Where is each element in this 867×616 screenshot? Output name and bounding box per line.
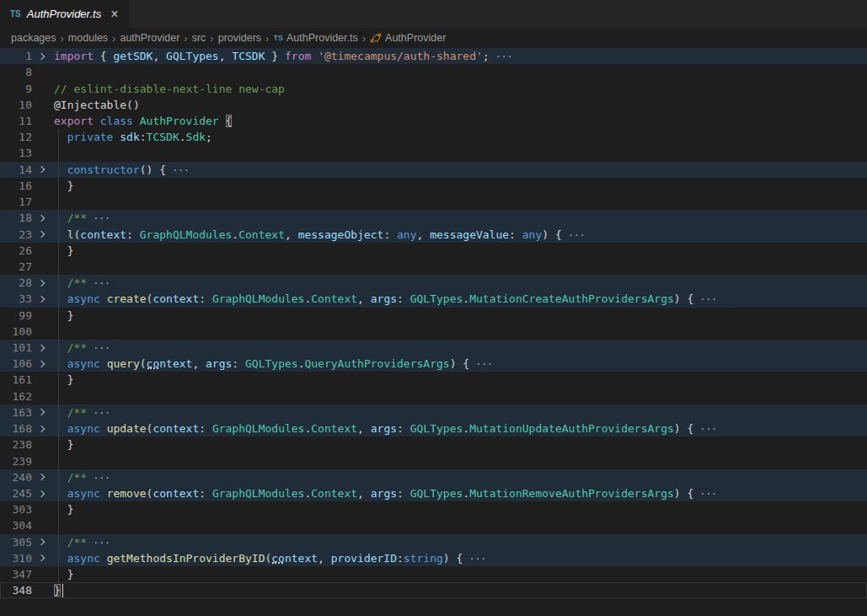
code-line[interactable]: 27 — [0, 259, 867, 275]
fold-gutter[interactable] — [32, 345, 54, 351]
chevron-right-icon[interactable] — [38, 474, 45, 480]
fold-gutter[interactable] — [32, 216, 54, 221]
folded-code-ellipsis[interactable]: ··· — [87, 471, 110, 484]
code-line[interactable]: 9// eslint-disable-next-line new-cap — [0, 80, 867, 96]
code-line[interactable]: 12 private sdk:TCSDK.Sdk; — [0, 129, 867, 145]
line-number[interactable]: 348 — [0, 584, 32, 597]
code-line[interactable]: 168 async update(context: GraphQLModules… — [0, 420, 867, 437]
code-line[interactable]: 161 } — [0, 372, 867, 388]
fold-gutter[interactable] — [32, 539, 54, 544]
line-number[interactable]: 310 — [0, 552, 32, 565]
line-number[interactable]: 99 — [0, 309, 32, 322]
line-number[interactable]: 18 — [0, 212, 32, 224]
breadcrumb-item-authprovider[interactable]: authProvider — [120, 32, 179, 44]
line-number[interactable]: 238 — [0, 438, 32, 451]
line-number[interactable]: 27 — [0, 260, 32, 273]
folded-code-ellipsis[interactable]: ··· — [166, 163, 189, 176]
folded-code-ellipsis[interactable]: ··· — [87, 536, 110, 549]
line-number[interactable]: 168 — [0, 422, 32, 435]
chevron-right-icon[interactable] — [38, 215, 45, 222]
code-line[interactable]: 245 async remove(context: GraphQLModules… — [0, 485, 867, 501]
fold-gutter[interactable] — [32, 167, 54, 172]
code-line[interactable]: 99 } — [0, 308, 867, 324]
folded-code-ellipsis[interactable]: ··· — [562, 228, 585, 241]
folded-code-ellipsis[interactable]: ··· — [463, 552, 485, 565]
code-line[interactable]: 28 /** ··· — [0, 275, 867, 291]
line-number[interactable]: 106 — [0, 357, 32, 370]
code-line[interactable]: 239 — [0, 453, 867, 469]
line-number[interactable]: 23 — [0, 228, 32, 241]
line-number[interactable]: 101 — [0, 341, 32, 354]
breadcrumb-item-authprovider[interactable]: AuthProvider — [370, 32, 446, 44]
folded-code-ellipsis[interactable]: ··· — [87, 212, 110, 224]
line-number[interactable]: 161 — [0, 373, 32, 386]
line-number[interactable]: 240 — [0, 471, 32, 484]
code-line[interactable]: 1import { getSDK, GQLTypes, TCSDK } from… — [0, 48, 867, 64]
line-number[interactable]: 13 — [0, 147, 32, 159]
line-number[interactable]: 26 — [0, 244, 32, 257]
code-line[interactable]: 10@Injectable() — [0, 97, 867, 113]
folded-code-ellipsis[interactable]: ··· — [87, 341, 110, 354]
code-line[interactable]: 13 — [0, 145, 867, 161]
code-line[interactable]: 11export class AuthProvider { — [0, 113, 867, 129]
fold-gutter[interactable] — [32, 297, 54, 302]
folded-code-ellipsis[interactable]: ··· — [87, 406, 110, 419]
editor[interactable]: 1import { getSDK, GQLTypes, TCSDK } from… — [0, 48, 867, 616]
code-line[interactable]: 17 — [0, 194, 867, 210]
code-line[interactable]: 100 — [0, 324, 867, 340]
breadcrumb-item-packages[interactable]: packages — [11, 32, 56, 44]
line-number[interactable]: 305 — [0, 536, 32, 549]
breadcrumb-item-modules[interactable]: modules — [68, 32, 108, 44]
code-line[interactable]: 14 constructor() { ··· — [0, 162, 867, 178]
chevron-right-icon[interactable] — [38, 296, 45, 303]
line-number[interactable]: 10 — [0, 99, 32, 111]
line-number[interactable]: 14 — [0, 163, 32, 176]
code-line[interactable]: 26 } — [0, 243, 867, 259]
chevron-right-icon[interactable] — [38, 361, 45, 367]
folded-code-ellipsis[interactable]: ··· — [87, 276, 110, 289]
code-line[interactable]: 101 /** ··· — [0, 340, 867, 356]
code-line[interactable]: 304 — [0, 517, 867, 533]
code-line[interactable]: 162 — [0, 388, 867, 404]
fold-gutter[interactable] — [32, 555, 54, 560]
code-line[interactable]: 347 } — [0, 566, 867, 582]
line-number[interactable]: 245 — [0, 487, 32, 500]
tab-authprovider[interactable]: TS AuthProvider.ts × — [0, 0, 129, 28]
line-number[interactable]: 9 — [0, 83, 32, 95]
line-number[interactable]: 8 — [0, 66, 32, 78]
code-line[interactable]: 303 } — [0, 501, 867, 517]
chevron-right-icon[interactable] — [38, 231, 45, 238]
chevron-right-icon[interactable] — [38, 166, 45, 173]
line-number[interactable]: 304 — [0, 519, 32, 532]
fold-gutter[interactable] — [32, 491, 54, 496]
breadcrumb-item-providers[interactable]: providers — [218, 32, 261, 44]
code-line[interactable]: 163 /** ··· — [0, 404, 867, 420]
fold-gutter[interactable] — [32, 410, 54, 415]
line-number[interactable]: 162 — [0, 390, 32, 403]
line-number[interactable]: 12 — [0, 131, 32, 143]
fold-gutter[interactable] — [32, 426, 54, 431]
breadcrumb-item-src[interactable]: src — [192, 32, 206, 44]
chevron-right-icon[interactable] — [38, 409, 45, 415]
line-number[interactable]: 1 — [0, 50, 32, 62]
fold-gutter[interactable] — [32, 281, 54, 286]
line-number[interactable]: 11 — [0, 115, 32, 127]
folded-code-ellipsis[interactable]: ··· — [693, 422, 716, 435]
folded-code-ellipsis[interactable]: ··· — [693, 292, 716, 305]
code-line[interactable]: 8 — [0, 64, 867, 80]
code-line[interactable]: 16 } — [0, 178, 867, 194]
chevron-right-icon[interactable] — [38, 538, 45, 545]
line-number[interactable]: 16 — [0, 179, 32, 192]
fold-gutter[interactable] — [32, 474, 54, 479]
line-number[interactable]: 347 — [0, 568, 32, 581]
chevron-right-icon[interactable] — [38, 52, 45, 59]
chevron-right-icon[interactable] — [38, 490, 45, 496]
code-line[interactable]: 106 async query(context, args: GQLTypes.… — [0, 356, 867, 372]
code-line[interactable]: 23 l(context: GraphQLModules.Context, me… — [0, 226, 867, 242]
code-line[interactable]: 238 } — [0, 437, 867, 453]
line-number[interactable]: 28 — [0, 276, 32, 289]
line-number[interactable]: 100 — [0, 325, 32, 338]
chevron-right-icon[interactable] — [38, 554, 45, 561]
line-number[interactable]: 163 — [0, 406, 32, 419]
close-icon[interactable]: × — [110, 8, 118, 21]
